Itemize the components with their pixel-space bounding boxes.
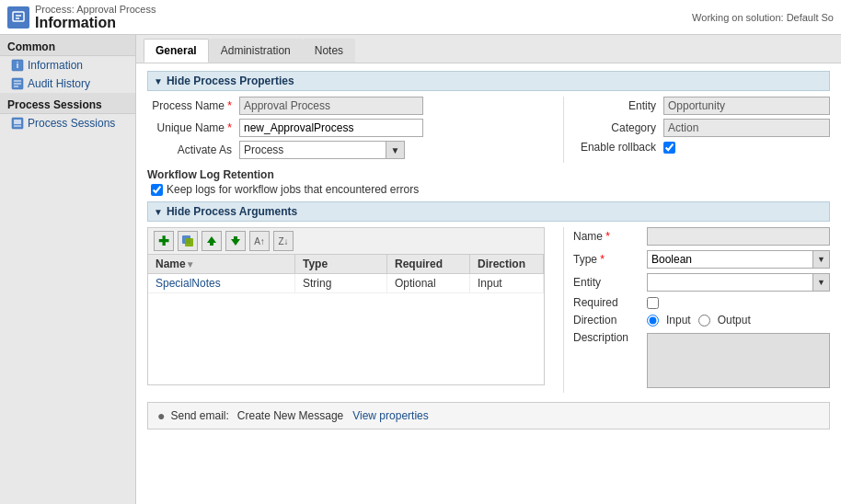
sidebar-item-information-label: Information <box>28 59 83 72</box>
workflow-log: Workflow Log Retention Keep logs for wor… <box>147 168 830 196</box>
sidebar-item-information[interactable]: i Information <box>0 56 135 74</box>
cell-direction: Input <box>470 274 544 292</box>
arg-type-label: Type <box>573 253 647 266</box>
arg-entity-label: Entity <box>573 276 647 289</box>
svg-marker-14 <box>207 236 216 243</box>
process-label: Process: Approval Process <box>35 4 156 15</box>
entity-row: Entity <box>571 97 830 115</box>
sidebar-item-sessions-label: Process Sessions <box>28 117 115 130</box>
step1-view-properties-link[interactable]: View properties <box>352 409 429 422</box>
arg-required-label: Required <box>573 296 647 309</box>
sessions-icon <box>11 117 24 130</box>
tab-general[interactable]: General <box>144 39 209 63</box>
workflow-log-checkbox-row: Keep logs for workflow jobs that encount… <box>151 183 830 196</box>
info-icon: i <box>11 59 24 72</box>
step-row-1: ● Send email: Create New Message View pr… <box>157 408 820 423</box>
svg-rect-10 <box>14 120 21 124</box>
cell-type: String <box>295 274 387 292</box>
sidebar-section-process-sessions: Process Sessions <box>0 93 135 114</box>
arg-name-label: Name <box>573 230 647 243</box>
arg-name-input[interactable] <box>647 227 830 246</box>
app-icon <box>7 6 29 29</box>
hide-process-properties-header[interactable]: ▼ Hide Process Properties <box>147 71 830 91</box>
step1-name: Create New Message <box>237 409 343 422</box>
tab-bar: General Administration Notes <box>136 35 841 63</box>
activate-as-select[interactable]: Process As another user <box>239 141 386 159</box>
sort-za-btn[interactable]: Z↓ <box>273 231 294 251</box>
arg-required-checkbox[interactable] <box>647 297 659 309</box>
hide-process-arguments-label: Hide Process Arguments <box>167 205 297 218</box>
properties-right-col: Entity Category Enable rollback <box>563 97 830 163</box>
content-area: General Administration Notes ▼ Hide Proc… <box>136 35 841 504</box>
activate-as-row: Activate As Process As another user ▼ <box>147 141 545 159</box>
sidebar: Common i Information Audit History Proce… <box>0 35 136 504</box>
direction-output-radio[interactable] <box>698 315 710 326</box>
properties-two-col: Process Name Unique Name Activate As Pro… <box>147 97 830 163</box>
arg-entity-dropdown-btn[interactable]: ▼ <box>813 273 830 292</box>
enable-rollback-row: Enable rollback <box>571 141 830 154</box>
args-grid: Name▼ Type Required Direction SpecialNot… <box>147 255 545 385</box>
arg-entity-select-wrapper: ▼ <box>647 273 830 292</box>
tab-notes[interactable]: Notes <box>303 39 355 63</box>
hide-process-arguments-header[interactable]: ▼ Hide Process Arguments <box>147 201 830 222</box>
category-input <box>663 119 830 137</box>
toggle-args-icon: ▼ <box>154 207 163 217</box>
unique-name-input[interactable] <box>239 119 423 137</box>
steps-section: ● Send email: Create New Message View pr… <box>147 402 830 430</box>
sort-az-btn[interactable]: A↑ <box>249 231 270 251</box>
move-up-btn[interactable] <box>202 231 222 251</box>
arg-entity-select[interactable] <box>647 273 813 292</box>
arg-description-textarea[interactable] <box>647 333 830 388</box>
activate-as-dropdown-btn[interactable]: ▼ <box>386 141 405 159</box>
workflow-log-title: Workflow Log Retention <box>147 168 830 181</box>
svg-rect-17 <box>234 236 237 239</box>
step1-label: Send email: <box>170 409 228 422</box>
process-name-row: Process Name <box>147 97 545 115</box>
arg-description-label: Description <box>573 331 647 344</box>
process-name-input[interactable] <box>239 97 423 115</box>
tab-administration[interactable]: Administration <box>209 39 303 63</box>
enable-rollback-checkbox[interactable] <box>663 142 675 154</box>
sort-name-icon: ▼ <box>186 259 195 269</box>
arg-direction-label: Direction <box>573 314 647 326</box>
page-title: Information <box>35 15 156 31</box>
svg-rect-15 <box>210 243 213 246</box>
arg-type-select-wrapper: BooleanStringInteger ▼ <box>647 250 830 269</box>
col-header-type[interactable]: Type <box>295 255 387 273</box>
enable-rollback-label: Enable rollback <box>571 141 663 154</box>
unique-name-label: Unique Name <box>147 121 239 134</box>
working-on-label: Working on solution: Default So <box>692 12 834 23</box>
step-bullet: ● <box>157 408 165 423</box>
direction-input-radio[interactable] <box>647 315 659 326</box>
arg-type-row: Type BooleanStringInteger ▼ <box>573 250 830 269</box>
form-area: ▼ Hide Process Properties Process Name U… <box>136 63 841 437</box>
edit-btn[interactable] <box>178 231 198 251</box>
toggle-icon: ▼ <box>154 76 163 86</box>
col-header-required[interactable]: Required <box>387 255 470 273</box>
app-header-titles: Process: Approval Process Information <box>35 4 156 31</box>
args-toolbar: ✚ A↑ Z↓ <box>147 227 545 255</box>
cell-required: Optional <box>387 274 470 292</box>
sidebar-item-audit-history[interactable]: Audit History <box>0 74 135 93</box>
arguments-right-col: Name Type BooleanStringInteger ▼ Entity <box>563 227 830 393</box>
direction-output-label: Output <box>718 314 751 326</box>
category-row: Category <box>571 119 830 137</box>
entity-input <box>663 97 830 115</box>
workflow-log-checkbox[interactable] <box>151 184 163 196</box>
properties-left-col: Process Name Unique Name Activate As Pro… <box>147 97 545 163</box>
cell-name: SpecialNotes <box>148 274 295 292</box>
arg-required-row: Required <box>573 296 830 309</box>
grid-header: Name▼ Type Required Direction <box>148 255 544 274</box>
arg-type-select[interactable]: BooleanStringInteger <box>647 250 813 269</box>
process-name-label: Process Name <box>147 99 239 112</box>
col-header-direction[interactable]: Direction <box>470 255 544 273</box>
add-btn[interactable]: ✚ <box>154 231 174 251</box>
grid-body: SpecialNotes String Optional Input <box>148 274 544 384</box>
move-down-btn[interactable] <box>225 231 246 251</box>
svg-marker-16 <box>231 239 240 246</box>
col-header-name[interactable]: Name▼ <box>148 255 295 273</box>
arg-entity-row: Entity ▼ <box>573 273 830 292</box>
table-row[interactable]: SpecialNotes String Optional Input <box>148 274 544 293</box>
sidebar-item-process-sessions[interactable]: Process Sessions <box>0 114 135 132</box>
arg-type-dropdown-btn[interactable]: ▼ <box>813 250 830 269</box>
